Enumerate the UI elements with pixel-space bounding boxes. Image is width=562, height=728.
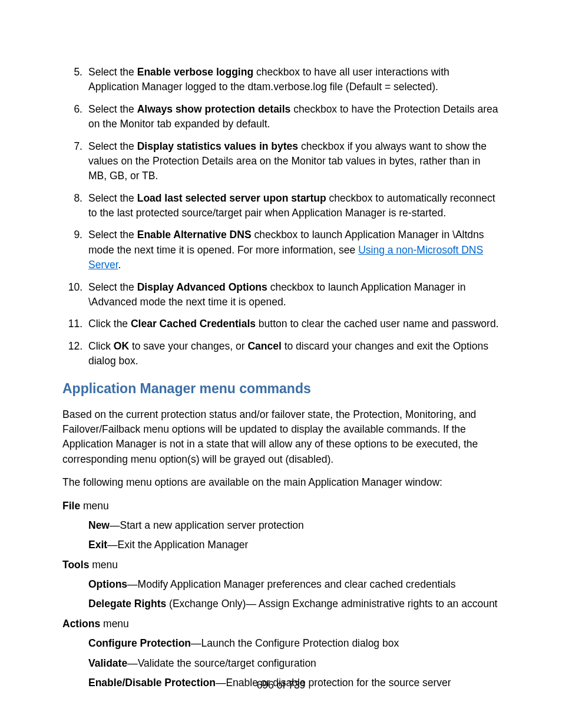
step-number: 10.	[62, 280, 88, 310]
step-number: 9.	[62, 228, 88, 272]
section-heading: Application Manager menu commands	[62, 379, 500, 398]
step-number: 6.	[62, 102, 88, 132]
document-page: 5. Select the Enable verbose logging che…	[0, 0, 562, 728]
step-text: Select the Display Advanced Options chec…	[88, 280, 500, 310]
step-text: Select the Display statistics values in …	[88, 139, 500, 184]
step-7: 7. Select the Display statistics values …	[62, 139, 500, 184]
intro-paragraph-2: The following menu options are available…	[62, 475, 500, 490]
menu-item-options: Options—Modify Application Manager prefe…	[88, 577, 500, 592]
step-8: 8. Select the Load last selected server …	[62, 191, 500, 221]
step-text: Select the Enable verbose logging checkb…	[88, 65, 500, 95]
step-10: 10. Select the Display Advanced Options …	[62, 280, 500, 310]
step-number: 11.	[62, 317, 88, 331]
tools-menu-heading: Tools menu	[62, 558, 500, 572]
menu-item-validate: Validate—Validate the source/target conf…	[88, 656, 500, 671]
actions-menu-heading: Actions menu	[62, 617, 500, 631]
tools-menu-items: Options—Modify Application Manager prefe…	[62, 577, 500, 612]
menu-item-new: New—Start a new application server prote…	[88, 518, 500, 533]
step-number: 8.	[62, 191, 88, 221]
page-footer: 696 of 739	[0, 678, 562, 693]
step-6: 6. Select the Always show protection det…	[62, 102, 500, 132]
menu-item-exit: Exit—Exit the Application Manager	[88, 538, 500, 552]
step-12: 12. Click OK to save your changes, or Ca…	[62, 339, 500, 369]
menu-item-configure-protection: Configure Protection—Launch the Configur…	[88, 636, 500, 651]
step-number: 5.	[62, 65, 88, 95]
numbered-steps: 5. Select the Enable verbose logging che…	[62, 65, 500, 368]
step-number: 12.	[62, 339, 88, 369]
step-text: Select the Always show protection detail…	[88, 102, 500, 132]
step-text: Select the Enable Alternative DNS checkb…	[88, 228, 500, 272]
file-menu-items: New—Start a new application server prote…	[62, 518, 500, 553]
step-9: 9. Select the Enable Alternative DNS che…	[62, 228, 500, 272]
step-text: Click OK to save your changes, or Cancel…	[88, 339, 500, 369]
step-text: Click the Clear Cached Credentials butto…	[88, 317, 500, 331]
step-text: Select the Load last selected server upo…	[88, 191, 500, 221]
step-11: 11. Click the Clear Cached Credentials b…	[62, 317, 500, 331]
file-menu-heading: File menu	[62, 499, 500, 513]
step-number: 7.	[62, 139, 88, 184]
step-5: 5. Select the Enable verbose logging che…	[62, 65, 500, 95]
menu-item-delegate-rights: Delegate Rights (Exchange Only)— Assign …	[88, 597, 500, 611]
intro-paragraph-1: Based on the current protection status a…	[62, 407, 500, 467]
